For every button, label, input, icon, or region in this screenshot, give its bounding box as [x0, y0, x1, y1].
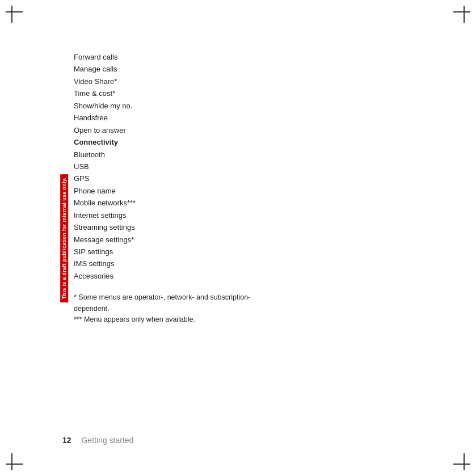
menu-item: Internet settings [74, 209, 267, 221]
menu-item: Show/hide my no. [74, 100, 267, 112]
menu-item: Bluetooth [74, 149, 267, 161]
footnote-area: * Some menus are operator-, network- and… [74, 292, 267, 325]
menu-item: Open to answer [74, 124, 267, 136]
menu-item: USB [74, 161, 267, 172]
menu-item: Accessories [74, 270, 267, 282]
menu-item: Manage calls [74, 63, 267, 75]
menu-item: Streaming settings [74, 221, 267, 233]
draft-label: This is a draft publication for internal… [60, 174, 68, 302]
menu-item: GPS [74, 172, 267, 184]
menu-item: IMS settings [74, 258, 267, 269]
menu-item: Handsfree [74, 112, 267, 124]
menu-item: Connectivity [74, 136, 267, 148]
section-title: Getting started [82, 436, 134, 445]
menu-list: Forward callsManage callsVideo Share*Tim… [74, 51, 267, 282]
menu-item: Mobile networks*** [74, 197, 267, 209]
menu-item: SIP settings [74, 246, 267, 258]
main-content: Forward callsManage callsVideo Share*Tim… [74, 51, 267, 325]
corner-mark-bottom-right [453, 453, 470, 470]
menu-item: Message settings* [74, 234, 267, 246]
page-footer: 12 Getting started [0, 436, 476, 445]
menu-item: Time & cost* [74, 87, 267, 99]
corner-mark-top-right [453, 6, 470, 23]
corner-mark-top-left [6, 6, 23, 23]
corner-mark-bottom-left [6, 453, 23, 470]
menu-item: Video Share* [74, 75, 267, 87]
footnote-text: *** Menu appears only when available. [74, 314, 267, 325]
menu-item: Forward calls [74, 51, 267, 63]
page-number: 12 [62, 436, 71, 445]
footnote-text: * Some menus are operator-, network- and… [74, 292, 267, 314]
menu-item: Phone name [74, 185, 267, 197]
